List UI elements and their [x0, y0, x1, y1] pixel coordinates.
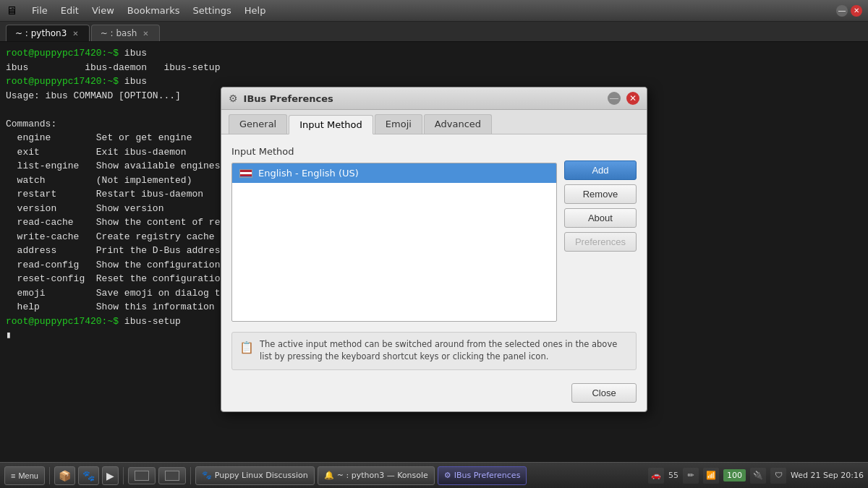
car-icon: 🚗	[651, 471, 661, 480]
menu-icon: ≡	[11, 471, 15, 480]
dialog-settings-icon: ⚙	[229, 93, 238, 104]
ibus-taskbar-icon: ⚙	[444, 471, 451, 480]
dialog-footer: Close	[221, 377, 647, 411]
add-button[interactable]: Add	[564, 160, 637, 180]
taskbar-desktop-1[interactable]	[128, 467, 156, 484]
puppy-logo-icon: 🐾	[202, 471, 212, 480]
battery-indicator: 100	[723, 469, 746, 481]
input-method-item-label: English - English (US)	[258, 168, 359, 179]
dialog-close-button[interactable]: ✕	[626, 92, 639, 105]
vscode-icon: 📦	[59, 470, 71, 481]
network-speed-value: 55	[668, 471, 678, 480]
dialog-action-buttons: Add Remove About Preferences	[564, 145, 637, 322]
menu-settings[interactable]: Settings	[187, 4, 237, 17]
battery-value: 100	[727, 471, 742, 480]
taskbar-separator-3	[190, 467, 191, 484]
shield-icon: 🛡	[770, 468, 786, 484]
terminal-minimize-button[interactable]: —	[836, 5, 848, 17]
input-method-list[interactable]: English - English (US)	[231, 163, 557, 322]
input-method-item-english[interactable]: English - English (US)	[232, 163, 556, 183]
menu-bookmarks[interactable]: Bookmarks	[122, 4, 186, 17]
menu-edit[interactable]: Edit	[55, 4, 85, 17]
edit-icon: ✏	[683, 468, 699, 484]
drive-icon: 🔌	[750, 468, 766, 484]
tab-general[interactable]: General	[229, 114, 287, 134]
taskbar-separator-2	[123, 467, 124, 484]
taskbar-quicklaunch-3[interactable]: ▶	[102, 466, 119, 485]
tab-advanced[interactable]: Advanced	[424, 114, 492, 134]
terminal-line: ibus ibus-daemon ibus-setup	[6, 61, 862, 75]
system-clock: Wed 21 Sep 20:16	[791, 471, 864, 480]
wifi-icon: 📶	[703, 468, 719, 484]
english-flag-icon	[239, 169, 252, 178]
taskbar-konsole-label: ~ : python3 — Konsole	[337, 471, 428, 480]
tab-input-method-label: Input Method	[299, 119, 362, 130]
menu-view[interactable]: View	[86, 4, 120, 17]
tab-bash-close[interactable]: ✕	[141, 30, 150, 38]
pawprint-icon: 🐾	[82, 470, 95, 481]
menu-file[interactable]: File	[26, 4, 54, 17]
info-icon: 📋	[239, 339, 254, 356]
input-method-section-label: Input Method	[231, 145, 557, 158]
menu-help[interactable]: Help	[239, 4, 272, 17]
desktop-1-icon	[135, 471, 149, 481]
terminal-menu: File Edit View Bookmarks Settings Help	[26, 4, 271, 17]
tab-python3[interactable]: ~ : python3 ✕	[6, 25, 90, 41]
taskbar-konsole-item[interactable]: 🔔 ~ : python3 — Konsole	[318, 466, 435, 485]
terminal-launch-icon: ▶	[106, 470, 114, 481]
tab-bash-label: ~ : bash	[101, 28, 137, 38]
tab-bash[interactable]: ~ : bash ✕	[91, 25, 160, 41]
preferences-button[interactable]: Preferences	[564, 232, 637, 252]
taskbar-puppy-label: Puppy Linux Discussion	[215, 471, 308, 480]
bell-icon: 🔔	[324, 471, 334, 480]
taskbar-desktop-2[interactable]	[158, 467, 186, 484]
tab-general-label: General	[239, 119, 276, 129]
taskbar-menu-button[interactable]: ≡ Menu	[4, 466, 45, 485]
taskbar: ≡ Menu 📦 🐾 ▶ 🐾 Puppy Linux Discussion 🔔 …	[0, 462, 868, 488]
input-method-panel: Input Method English - English (US)	[231, 145, 557, 322]
dialog-tabs: General Input Method Emoji Advanced	[221, 110, 647, 134]
ibus-preferences-dialog: ⚙ IBus Preferences — ✕ General Input Met…	[221, 87, 647, 412]
dialog-title: IBus Preferences	[244, 93, 602, 104]
taskbar-puppy-item[interactable]: 🐾 Puppy Linux Discussion	[195, 466, 315, 485]
tab-advanced-label: Advanced	[435, 119, 481, 129]
taskbar-quicklaunch-2[interactable]: 🐾	[78, 466, 99, 485]
dialog-titlebar: ⚙ IBus Preferences — ✕	[221, 87, 647, 110]
window-controls: — ✕	[836, 5, 862, 17]
tab-input-method[interactable]: Input Method	[289, 115, 373, 134]
tabs-bar: ~ : python3 ✕ ~ : bash ✕	[0, 22, 868, 42]
terminal-close-button[interactable]: ✕	[851, 5, 862, 17]
taskbar-ibus-item[interactable]: ⚙ IBus Preferences	[438, 466, 527, 485]
taskbar-separator-1	[49, 467, 50, 484]
tab-emoji-label: Emoji	[386, 119, 412, 129]
taskbar-ibus-label: IBus Preferences	[454, 471, 521, 480]
tab-python3-close[interactable]: ✕	[71, 30, 80, 38]
terminal-titlebar: 🖥 File Edit View Bookmarks Settings Help…	[0, 0, 868, 22]
taskbar-menu-label: Menu	[18, 471, 38, 480]
about-button[interactable]: About	[564, 208, 637, 228]
desktop-2-icon	[165, 471, 179, 481]
terminal-app-icon: 🖥	[6, 4, 17, 17]
taskbar-quicklaunch-1[interactable]: 📦	[54, 466, 75, 485]
system-tray: 🚗 55 ✏ 📶 100 🔌 🛡 Wed 21 Sep 20:16	[648, 468, 864, 484]
network-speed-icon: 🚗	[648, 468, 664, 484]
close-button[interactable]: Close	[571, 383, 637, 403]
remove-button[interactable]: Remove	[564, 184, 637, 204]
terminal-line: root@puppypc17420:~$ ibus	[6, 46, 862, 61]
tab-emoji[interactable]: Emoji	[375, 114, 422, 134]
dialog-minimize-button[interactable]: —	[608, 92, 621, 105]
dialog-body: Input Method English - English (US) Add …	[221, 134, 647, 332]
tab-python3-label: ~ : python3	[15, 28, 67, 38]
dialog-info-text: The active input method can be switched …	[260, 338, 629, 364]
dialog-infobar: 📋 The active input method can be switche…	[231, 332, 637, 370]
